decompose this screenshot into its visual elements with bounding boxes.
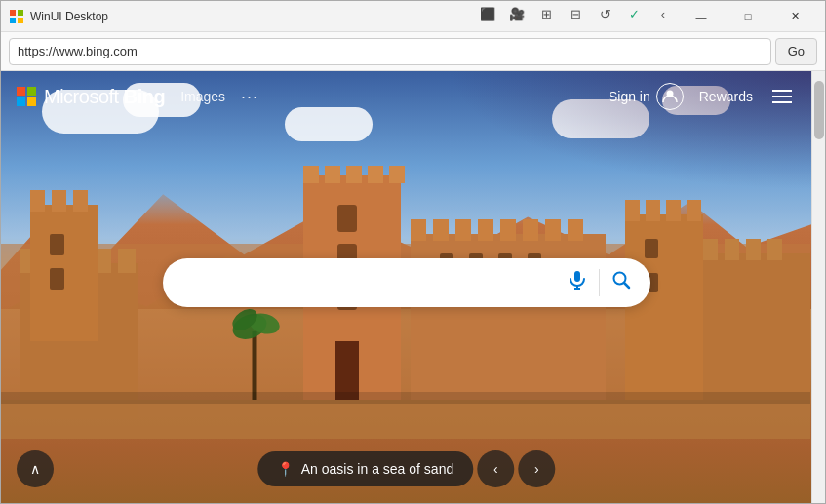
svg-rect-41 <box>625 200 640 221</box>
svg-rect-13 <box>52 190 66 212</box>
scrollbar-thumb[interactable] <box>814 81 824 139</box>
svg-rect-57 <box>1 392 810 404</box>
ms-sq-green <box>27 87 36 96</box>
rewards-link[interactable]: Rewards <box>699 89 753 104</box>
svg-rect-45 <box>645 239 658 258</box>
svg-rect-1 <box>18 10 23 16</box>
user-avatar-icon <box>656 83 684 110</box>
svg-rect-29 <box>433 219 449 241</box>
svg-rect-20 <box>346 166 362 183</box>
search-container <box>163 258 650 307</box>
search-icon[interactable] <box>608 266 635 298</box>
svg-rect-2 <box>10 18 16 23</box>
svg-rect-14 <box>73 190 88 212</box>
svg-rect-3 <box>18 18 23 23</box>
title-bar-text: WinUI Desktop <box>30 10 474 23</box>
nav-link-images[interactable]: Images <box>180 89 225 104</box>
svg-rect-19 <box>325 166 340 183</box>
title-bar-controls: ⬛ 🎥 ⊞ ⊟ ↺ ✓ ‹ — □ ✕ <box>474 1 817 32</box>
svg-rect-30 <box>455 219 471 241</box>
ms-sq-yellow <box>27 97 36 106</box>
search-divider <box>599 269 600 296</box>
window-icon <box>9 9 24 24</box>
url-input-wrap <box>9 38 771 65</box>
title-bar: WinUI Desktop ⬛ 🎥 ⊞ ⊟ ↺ ✓ ‹ — □ ✕ <box>1 1 825 32</box>
nav-more-dots[interactable]: ··· <box>241 87 258 107</box>
minimize-button[interactable]: — <box>679 1 724 32</box>
signin-label: Sign in <box>609 89 650 104</box>
toolbar-window-btn[interactable]: ⊞ <box>532 1 560 28</box>
search-input[interactable] <box>178 274 556 291</box>
microsoft-logo <box>17 87 36 106</box>
svg-rect-28 <box>411 219 426 241</box>
toolbar-monitor-btn[interactable]: ⬛ <box>474 1 501 28</box>
svg-rect-32 <box>500 219 516 241</box>
url-input[interactable] <box>18 44 763 58</box>
toolbar-window2-btn[interactable]: ⊟ <box>562 1 589 28</box>
svg-rect-31 <box>478 219 493 241</box>
maximize-button[interactable]: □ <box>726 1 770 32</box>
ms-sq-blue <box>17 97 25 106</box>
svg-line-63 <box>624 283 629 288</box>
bottom-caption-bar: 📍 An oasis in a sea of sand ‹ › <box>257 450 555 487</box>
toolbar-check-btn[interactable]: ✓ <box>620 1 648 28</box>
svg-rect-49 <box>725 239 739 260</box>
close-button[interactable]: ✕ <box>772 1 817 32</box>
svg-rect-15 <box>50 234 64 255</box>
prev-image-button[interactable]: ‹ <box>477 450 514 487</box>
go-button[interactable]: Go <box>775 38 817 65</box>
main-window: WinUI Desktop ⬛ 🎥 ⊞ ⊟ ↺ ✓ ‹ — □ ✕ Go <box>0 0 826 504</box>
svg-rect-10 <box>118 249 136 273</box>
svg-rect-33 <box>523 219 538 241</box>
svg-rect-12 <box>30 190 45 212</box>
next-image-button[interactable]: › <box>518 450 555 487</box>
svg-rect-35 <box>568 219 583 241</box>
signin-button[interactable]: Sign in <box>609 83 684 110</box>
svg-rect-23 <box>337 205 357 232</box>
svg-rect-18 <box>303 166 319 183</box>
location-pin-icon: 📍 <box>277 461 294 477</box>
caption-pill: 📍 An oasis in a sea of sand <box>257 451 473 486</box>
bing-brand-text: Microsoft Bing <box>44 86 165 108</box>
svg-rect-16 <box>50 268 64 290</box>
svg-rect-26 <box>335 341 359 400</box>
svg-rect-42 <box>646 200 660 221</box>
page-content: Microsoft Bing Images ··· Sign in Reward… <box>1 71 811 503</box>
ham-line-1 <box>772 90 792 92</box>
bing-navbar: Microsoft Bing Images ··· Sign in Reward… <box>1 71 811 122</box>
search-bar <box>163 258 650 307</box>
svg-rect-56 <box>1 400 810 439</box>
svg-rect-50 <box>746 239 761 260</box>
caption-text: An oasis in a sea of sand <box>301 461 453 477</box>
hamburger-menu[interactable] <box>768 86 796 107</box>
svg-rect-59 <box>574 271 580 282</box>
svg-rect-51 <box>767 239 782 260</box>
bing-logo: Microsoft Bing <box>17 86 165 108</box>
svg-rect-34 <box>545 219 561 241</box>
svg-rect-43 <box>666 200 681 221</box>
toolbar-back-btn[interactable]: ‹ <box>649 1 677 28</box>
ham-line-2 <box>772 96 792 97</box>
svg-rect-21 <box>368 166 383 183</box>
svg-rect-0 <box>10 10 16 16</box>
svg-rect-40 <box>625 214 703 400</box>
svg-rect-22 <box>389 166 405 183</box>
svg-rect-48 <box>703 239 718 260</box>
mic-icon[interactable] <box>564 266 591 298</box>
toolbar-refresh-btn[interactable]: ↺ <box>591 1 618 28</box>
ham-line-3 <box>772 101 792 103</box>
scroll-up-button[interactable]: ∧ <box>17 450 54 487</box>
toolbar-camera-btn[interactable]: 🎥 <box>503 1 531 28</box>
ms-sq-red <box>17 87 25 96</box>
vertical-scrollbar[interactable] <box>811 71 825 503</box>
svg-rect-44 <box>687 200 701 221</box>
address-bar: Go <box>1 32 825 71</box>
browser-viewport: Microsoft Bing Images ··· Sign in Reward… <box>1 71 825 503</box>
svg-rect-47 <box>703 253 810 400</box>
